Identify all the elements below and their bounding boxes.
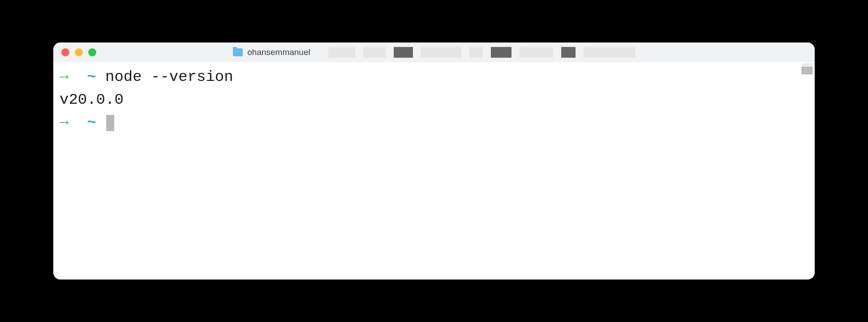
redacted-segment: [328, 47, 355, 58]
redacted-segment: [561, 47, 576, 58]
title-redacted-segments: [328, 47, 635, 58]
redacted-segment: [469, 47, 483, 58]
maximize-button[interactable]: [88, 48, 96, 56]
redacted-segment: [520, 47, 553, 58]
close-button[interactable]: [61, 48, 69, 56]
output-text: v20.0.0: [60, 89, 124, 111]
prompt-tilde: ~: [87, 66, 96, 89]
prompt-tilde: ~: [87, 111, 96, 134]
cursor: [106, 115, 114, 131]
terminal-body[interactable]: → ~ node --version v20.0.0 → ~: [53, 62, 815, 280]
traffic-lights: [61, 48, 96, 56]
title-center: ohansemmanuel: [53, 42, 815, 62]
terminal-output-line: v20.0.0: [60, 89, 808, 111]
redacted-segment: [394, 47, 413, 58]
terminal-window: ohansemmanuel → ~ node --version v20.0.0: [53, 42, 815, 280]
folder-icon: [233, 48, 243, 56]
terminal-prompt-line: → ~: [60, 111, 808, 134]
titlebar[interactable]: ohansemmanuel: [53, 42, 815, 62]
window-title: ohansemmanuel: [247, 47, 310, 57]
redacted-segment: [421, 47, 461, 58]
redacted-segment: [363, 47, 386, 58]
scrollbar-icon[interactable]: [802, 64, 813, 75]
minimize-button[interactable]: [75, 48, 83, 56]
command-text: node --version: [105, 66, 233, 89]
redacted-segment: [491, 47, 511, 58]
redacted-segment: [584, 47, 635, 58]
terminal-line: → ~ node --version: [60, 66, 808, 89]
prompt-arrow-icon: →: [60, 111, 69, 134]
prompt-arrow-icon: →: [60, 66, 69, 89]
